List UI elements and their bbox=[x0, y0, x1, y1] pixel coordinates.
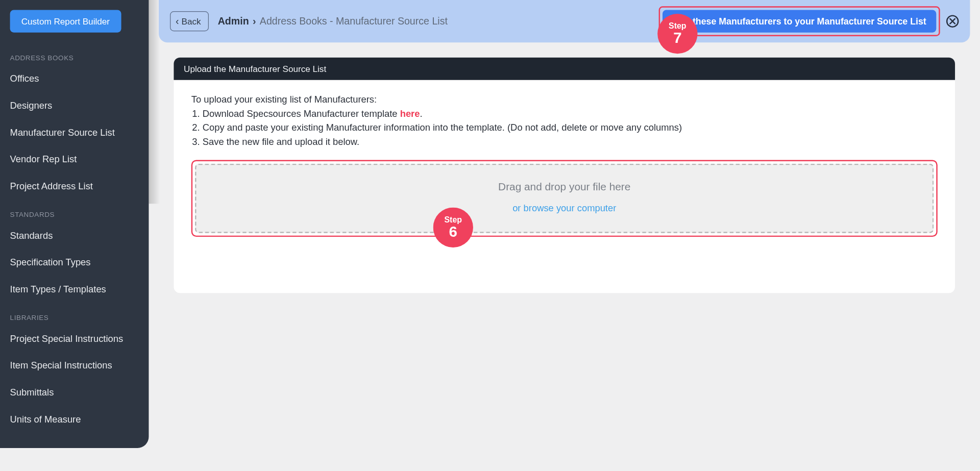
instructions-intro: To upload your existing list of Manufact… bbox=[191, 92, 938, 107]
instruction-step-1: Download Specsources Manufacturer templa… bbox=[203, 107, 938, 121]
custom-report-builder-button[interactable]: Custom Report Builder bbox=[10, 10, 121, 33]
back-button-label: Back bbox=[182, 16, 201, 27]
sidebar: Custom Report Builder ADDRESS BOOKS Offi… bbox=[0, 0, 149, 448]
back-button[interactable]: ‹ Back bbox=[170, 11, 209, 31]
sidebar-item-units-of-measure[interactable]: Units of Measure bbox=[0, 406, 149, 433]
instruction-step-2: Copy and paste your existing Manufacture… bbox=[203, 120, 938, 135]
add-manufacturers-button[interactable]: Add these Manufacturers to your Manufact… bbox=[663, 10, 936, 33]
main-content: ‹ Back Admin › Address Books - Manufactu… bbox=[159, 0, 970, 308]
sidebar-item-specification-types[interactable]: Specification Types bbox=[0, 249, 149, 276]
instruction-step-1-post: . bbox=[420, 108, 422, 118]
panel-header: Upload the Manufacturer Source List bbox=[174, 58, 955, 80]
sidebar-item-project-special-instructions[interactable]: Project Special Instructions bbox=[0, 325, 149, 352]
step-label: Step bbox=[445, 215, 462, 224]
breadcrumb: Admin › Address Books - Manufacturer Sou… bbox=[218, 16, 448, 27]
instruction-step-3: Save the new file and upload it below. bbox=[203, 135, 938, 149]
topbar: ‹ Back Admin › Address Books - Manufactu… bbox=[159, 0, 970, 42]
step-badge-7: Step 7 bbox=[657, 14, 697, 54]
sidebar-item-offices[interactable]: Offices bbox=[0, 65, 149, 92]
sidebar-section-address-books: ADDRESS BOOKS bbox=[0, 42, 149, 65]
instruction-step-1-pre: Download Specsources Manufacturer templa… bbox=[203, 108, 400, 118]
dropzone-title: Drag and drop your file here bbox=[203, 181, 926, 193]
breadcrumb-admin[interactable]: Admin bbox=[218, 16, 249, 27]
sidebar-item-designers[interactable]: Designers bbox=[0, 92, 149, 119]
sidebar-section-libraries: LIBRARIES bbox=[0, 303, 149, 325]
chevron-left-icon: ‹ bbox=[176, 16, 179, 27]
file-dropzone[interactable]: Drag and drop your file here or browse y… bbox=[195, 164, 934, 233]
step-number-6: 6 bbox=[449, 224, 457, 240]
download-template-link[interactable]: here bbox=[400, 108, 420, 118]
chevron-right-icon: › bbox=[253, 16, 256, 27]
sidebar-item-submittals[interactable]: Submittals bbox=[0, 379, 149, 406]
instructions: To upload your existing list of Manufact… bbox=[191, 92, 938, 148]
sidebar-item-project-address-list[interactable]: Project Address List bbox=[0, 172, 149, 200]
step-label: Step bbox=[669, 21, 686, 30]
sidebar-item-item-types-templates[interactable]: Item Types / Templates bbox=[0, 276, 149, 303]
sidebar-item-item-special-instructions[interactable]: Item Special Instructions bbox=[0, 352, 149, 379]
step7-highlight: Add these Manufacturers to your Manufact… bbox=[659, 6, 940, 36]
step-number-7: 7 bbox=[673, 30, 681, 46]
upload-panel: Upload the Manufacturer Source List To u… bbox=[174, 58, 955, 293]
step6-highlight: Drag and drop your file here or browse y… bbox=[191, 160, 938, 237]
sidebar-item-manufacturer-source-list[interactable]: Manufacturer Source List bbox=[0, 119, 149, 146]
browse-computer-link[interactable]: or browse your computer bbox=[203, 203, 926, 213]
sidebar-section-standards: STANDARDS bbox=[0, 200, 149, 222]
breadcrumb-current: Address Books - Manufacturer Source List bbox=[260, 16, 448, 27]
sidebar-item-standards[interactable]: Standards bbox=[0, 222, 149, 249]
close-icon[interactable] bbox=[946, 15, 959, 27]
sidebar-item-vendor-rep-list[interactable]: Vendor Rep List bbox=[0, 145, 149, 172]
step-badge-6: Step 6 bbox=[433, 208, 473, 247]
